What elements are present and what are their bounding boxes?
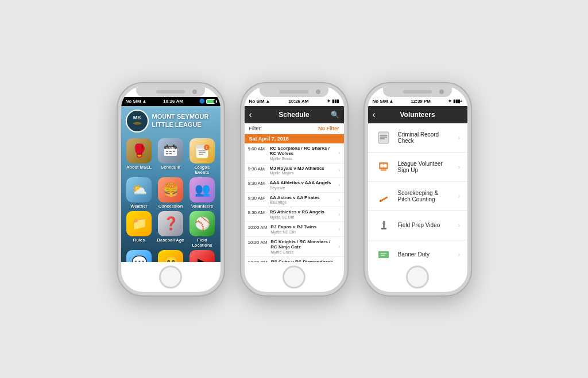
logo-text: MS: [133, 115, 141, 120]
status-left-1: No SIM ▲: [126, 99, 147, 104]
sched-game-3: AA Astros v AA Pirates: [270, 195, 335, 201]
title-line2: LITTLE LEAGUE: [152, 121, 209, 128]
chat1-icon: 💬: [126, 250, 152, 262]
field-prep-label: Field Prep Video: [398, 222, 452, 228]
sched-arrow-1: ›: [338, 167, 340, 173]
vol-item-banner[interactable]: Banner Duty ›: [368, 240, 467, 262]
svg-rect-4: [166, 151, 168, 152]
back-button-2[interactable]: ‹: [249, 110, 252, 120]
schedule-item-3[interactable]: 9:30 AM AA Astros v AA Pirates Blueridge…: [245, 193, 344, 208]
baseball-age-icon: ❓: [158, 211, 183, 236]
grid-item-concession[interactable]: 🍔 Concession: [156, 177, 185, 209]
events-icon: !: [189, 138, 215, 163]
filter-value[interactable]: No Filter: [318, 126, 339, 131]
nav-title-3: Volunteers: [400, 111, 435, 119]
schedule-item-0[interactable]: 9:00 AM RC Scorpions / RC Sharks / RC Wo…: [245, 143, 344, 163]
signup-icon-wrap: [375, 158, 392, 176]
schedule-item-4[interactable]: 9:30 AM RS Athletics v RS Angels Myrtle …: [245, 207, 344, 222]
schedule-item-1[interactable]: 9:30 AM MJ Royals v MJ Athletics Myrtle …: [245, 163, 344, 178]
bluetooth-icon-3: ✦: [448, 99, 452, 104]
schedule-item-5[interactable]: 10:00 AM RJ Expos v RJ Twins Myrtle NE D…: [245, 222, 344, 237]
back-button-3[interactable]: ‹: [373, 110, 376, 120]
grid-item-field-locations[interactable]: ⚾ Field Locations: [188, 211, 217, 248]
phone1-content: MS MOUNT SEYMOUR LITTLE LEAGUE 🥊 About M…: [121, 106, 220, 262]
vol-item-criminal[interactable]: Criminal Record Check ›: [368, 123, 467, 153]
grid-item-schedule[interactable]: GAME Schedule: [156, 138, 185, 175]
volunteers-list: Criminal Record Check › League: [368, 123, 467, 262]
sched-time-3: 9:30 AM: [248, 196, 266, 201]
svg-rect-17: [378, 132, 389, 143]
sched-arrow-3: ›: [338, 197, 340, 203]
signup-arrow: ›: [458, 163, 461, 171]
grid-item-baseball-age[interactable]: ❓ Baseball Age: [156, 211, 185, 248]
scorekeeping-label: Scorekeeping & Pitch Counting: [398, 190, 452, 202]
phone-1-screen: No SIM ▲ 10:26 AM 🔵 MS: [121, 97, 220, 262]
carrier-1: No SIM: [126, 99, 141, 104]
time-3: 12:39 PM: [411, 99, 431, 104]
sched-game-1: MJ Royals v MJ Athletics: [270, 166, 335, 172]
vol-item-signup[interactable]: League Volunteer Sign Up ›: [368, 153, 467, 182]
sched-info-4: RS Athletics v RS Angels Myrtle SE Dirt: [270, 209, 335, 219]
criminal-icon-wrap: [375, 129, 392, 146]
svg-rect-8: [169, 153, 172, 154]
sched-arrow-6: ›: [338, 243, 340, 250]
grid-item-chat1[interactable]: 💬: [125, 250, 154, 262]
msll-title: MOUNT SEYMOUR LITTLE LEAGUE: [152, 113, 209, 128]
grid-item-volunteers[interactable]: 👥 Volunteers: [188, 177, 217, 209]
weather-label: Weather: [130, 204, 147, 209]
phone-2: No SIM ▲ 10:26 AM ✦ ▮▮▮ ‹ Schedule 🔍 Fil…: [241, 83, 347, 295]
banner-duty-icon: [377, 248, 390, 262]
vol-item-field-prep[interactable]: Field Prep Video ›: [368, 211, 467, 240]
home-button-3[interactable]: [406, 266, 429, 289]
sched-time-1: 9:30 AM: [248, 166, 266, 172]
schedule-item-6[interactable]: 10:30 AM RC Knights / RC Monstars / RC N…: [245, 237, 344, 257]
banner-label: Banner Duty: [398, 251, 452, 258]
sched-field-4: Myrtle SE Dirt: [270, 215, 335, 219]
schedule-item-2[interactable]: 9:30 AM AAA Athletics v AAA Angels Seyco…: [245, 178, 344, 193]
sched-arrow-7: ›: [338, 261, 340, 262]
grid-item-about[interactable]: 🥊 About MSLL: [125, 138, 154, 175]
weather-icon: ⛅: [126, 177, 152, 202]
sched-time-5: 10:00 AM: [248, 225, 268, 230]
speaker-2: [280, 90, 308, 93]
phones-container: No SIM ▲ 10:26 AM 🔵 MS: [106, 72, 482, 307]
time-2: 10:26 AM: [289, 99, 309, 104]
svg-rect-6: [173, 151, 175, 152]
sched-field-1: Myrtle Majors: [270, 171, 335, 175]
sched-field-6: Myrtle Grass: [270, 250, 335, 254]
search-button-2[interactable]: 🔍: [331, 111, 339, 119]
grid-item-chat2[interactable]: 😊: [156, 250, 185, 262]
sched-info-1: MJ Royals v MJ Athletics Myrtle Majors: [270, 166, 335, 176]
sched-time-4: 9:30 AM: [248, 210, 266, 215]
scorekeeping-icon-wrap: [375, 188, 392, 205]
vol-item-scorekeeping[interactable]: Scorekeeping & Pitch Counting ›: [368, 182, 467, 211]
svg-rect-29: [381, 228, 386, 229]
phone1-header: MS MOUNT SEYMOUR LITTLE LEAGUE: [121, 106, 220, 136]
events-svg: !: [194, 143, 210, 159]
field-prep-arrow: ›: [458, 221, 461, 229]
calendar-svg: GAME: [163, 143, 179, 159]
video-icon: ▶: [189, 250, 215, 262]
grid-item-weather[interactable]: ⛅ Weather: [125, 177, 154, 209]
phone3-content: ‹ Volunteers Criminal Rec: [368, 106, 467, 262]
criminal-arrow: ›: [458, 134, 461, 142]
banner-icon-wrap: [375, 246, 392, 262]
bluetooth-icon-2: ✦: [327, 99, 331, 104]
home-button-1[interactable]: [159, 266, 182, 289]
phone2-content: ‹ Schedule 🔍 Filter: No Filter Sat April…: [245, 106, 344, 262]
sched-time-7: 12:30 PM: [248, 260, 268, 262]
field-locations-label: Field Locations: [188, 237, 217, 248]
volunteers-label: Volunteers: [191, 204, 213, 209]
grid-item-rules[interactable]: 📁 Rules: [125, 211, 154, 248]
home-button-2[interactable]: [283, 266, 305, 289]
grid-item-events[interactable]: ! League Events: [188, 138, 217, 175]
volunteer-signup-icon: [377, 160, 390, 174]
schedule-list: 9:00 AM RC Scorpions / RC Sharks / RC Wo…: [245, 143, 344, 262]
sched-info-5: RJ Expos v RJ Twins Myrtle NE Dirt: [270, 224, 335, 234]
status-right-3: ✦ ▮▮▮+: [448, 99, 463, 104]
grid-item-video[interactable]: ▶: [188, 250, 217, 262]
schedule-item-7[interactable]: 12:30 PM RS Cubs v RS Diamondback Myrtle…: [245, 257, 344, 262]
svg-point-27: [380, 200, 381, 201]
sched-game-2: AAA Athletics v AAA Angels: [270, 180, 335, 186]
svg-point-22: [380, 164, 384, 167]
